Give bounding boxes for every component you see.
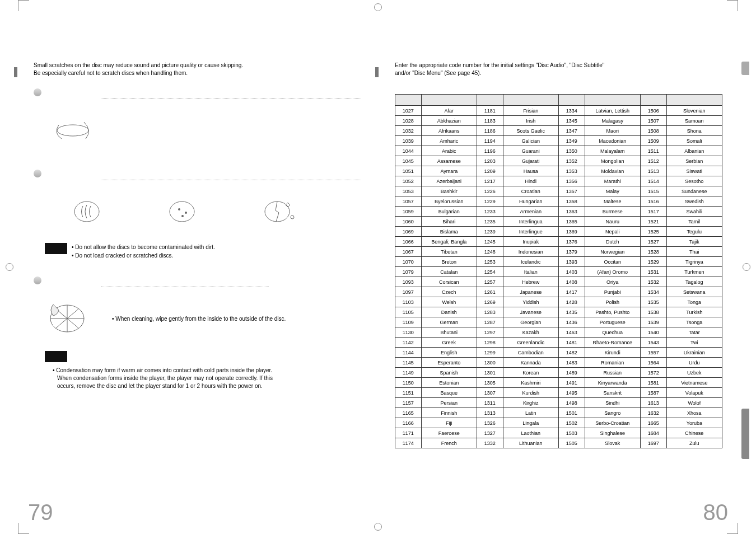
table-cell: Interlingua [503,217,558,227]
table-cell: Xhosa [666,408,722,418]
table-cell: 1151 [395,388,422,398]
svg-point-1 [74,202,99,222]
table-cell: Oriya [585,277,640,287]
table-cell: Czech [421,287,477,297]
table-cell: Burmese [585,207,640,217]
table-cell: Gujarati [503,156,558,166]
table-cell: Hindi [503,176,558,186]
table-cell: Aymara [421,166,477,176]
contamination-illustrations [56,189,361,234]
table-cell: 1053 [395,186,422,196]
table-cell: Japanese [503,287,558,297]
table-cell: 1539 [640,317,666,327]
table-cell: 1301 [477,368,503,378]
table-cell: Inupiak [503,237,558,247]
table-cell: 1393 [558,257,585,267]
table-cell: 1403 [558,267,585,277]
table-cell: 1365 [558,217,585,227]
table-cell: 1334 [558,106,585,116]
table-cell: Spanish [421,368,477,378]
table-cell: Tibetan [421,247,477,257]
table-cell: Bihari [421,217,477,227]
table-cell: 1298 [477,338,503,348]
table-cell: Wolof [666,398,722,408]
svg-point-3 [178,208,180,210]
table-cell: Frisian [503,106,558,116]
step-2 [34,170,361,177]
table-row: 1166Fiji1326Lingala1502Serbo-Croatian166… [395,418,722,428]
dotted-divider [101,287,269,287]
table-row: 1093Corsican1257Hebrew1408Oriya1532Tagal… [395,277,722,287]
table-cell: Basque [421,388,477,398]
table-cell: 1203 [477,156,503,166]
table-cell: Afrikaans [421,126,477,136]
table-header-row [395,95,722,106]
table-cell: Danish [421,307,477,317]
table-cell: Albanian [666,146,722,156]
table-cell: Mongolian [585,156,640,166]
table-cell: 1253 [477,257,503,267]
table-cell: 1097 [395,287,422,297]
table-cell: Galician [503,136,558,146]
intro-line-1: Enter the appropriate code number for th… [395,62,604,68]
table-cell: Ukrainian [666,348,722,358]
table-cell: 1517 [640,207,666,217]
table-cell: Georgian [503,317,558,327]
table-cell: Italian [503,267,558,277]
dirt-illustration [151,189,213,234]
table-cell: 1196 [477,146,503,156]
table-cell: Tonga [666,297,722,307]
table-cell: Greek [421,338,477,348]
notes-block: Do not allow the discs to become contami… [45,243,361,260]
table-cell: Tegulu [666,227,722,237]
table-cell: 1235 [477,217,503,227]
table-cell: Macedonian [585,136,640,146]
table-cell: 1311 [477,398,503,408]
step-dot-icon [34,88,41,96]
table-row: 1165Finnish1313Latin1501Sangro1632Xhosa [395,408,722,418]
table-cell: Nauru [585,217,640,227]
table-cell: Sundanese [666,186,722,196]
table-row: 1067Tibetan1248Indonesian1379Norwegian15… [395,247,722,257]
table-cell: Setswana [666,287,722,297]
table-cell: 1543 [640,338,666,348]
table-cell: Marathi [585,176,640,186]
table-cell: 1572 [640,368,666,378]
table-cell: 1261 [477,287,503,297]
table-row: 1057Byelorussian1229Hungarian1358Maltese… [395,196,722,207]
table-cell: 1057 [395,196,422,207]
cleaning-caution: When cleaning, wipe gently from the insi… [112,315,286,323]
table-cell: Welsh [421,297,477,307]
table-cell: Turkish [666,307,722,317]
table-row: 1130Bhutani1297Kazakh1463Quechua1540Tata… [395,327,722,338]
table-cell: 1353 [558,166,585,176]
table-cell: 1103 [395,297,422,307]
table-cell: Tigrinya [666,257,722,267]
table-cell: 1067 [395,247,422,257]
intro-line-2: Be especially careful not to scratch dis… [34,70,188,76]
table-cell: 1503 [558,428,585,438]
table-cell: 1508 [640,126,666,136]
table-cell: Afar [421,106,477,116]
table-cell: 1194 [477,136,503,146]
table-cell: 1632 [640,408,666,418]
table-cell: 1436 [558,317,585,327]
table-cell: Samoan [666,116,722,126]
table-cell: 1149 [395,368,422,378]
table-cell: 1506 [640,106,666,116]
table-row: 1028Abkhazian1183Irish1345Malagasy1507Sa… [395,116,722,126]
table-cell: 1032 [395,126,422,136]
table-cell: Bulgarian [421,207,477,217]
table-cell: Urdu [666,358,722,368]
table-row: 1151Basque1307Kurdish1495Sanskrit1587Vol… [395,388,722,398]
table-cell: Faeroese [421,428,477,438]
table-cell: Yiddish [503,297,558,307]
table-row: 1069Bislama1239Interlingue1369Nepali1525… [395,227,722,237]
table-cell: Fiji [421,418,477,428]
svg-point-2 [170,202,194,222]
table-cell: French [421,438,477,448]
table-cell: 1093 [395,277,422,287]
table-cell: Siswati [666,166,722,176]
table-cell: 1165 [395,408,422,418]
table-cell: 1535 [640,297,666,307]
